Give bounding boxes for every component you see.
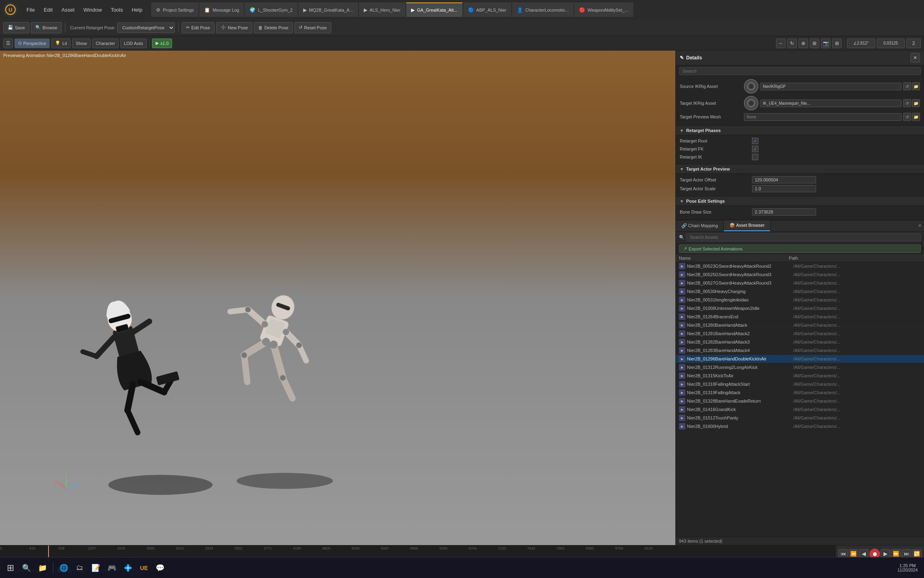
asset-list-item[interactable]: ▶ Nier2B_00530HeavyCharging /All/Game/Ch… xyxy=(676,287,924,296)
tab-chain-mapping[interactable]: 🔗 Chain Mapping xyxy=(676,221,724,231)
browse-button[interactable]: 🔍 Browse xyxy=(31,22,62,33)
perspective-btn[interactable]: ⊙ Perspective xyxy=(14,39,50,48)
asset-list-item[interactable]: ▶ Nier2B_01281BareHandAttack2 /All/Game/… xyxy=(676,330,924,338)
details-search-input[interactable] xyxy=(679,67,921,75)
details-close-btn[interactable]: ✕ xyxy=(910,53,920,63)
play-btn[interactable]: ▶ x1.0 xyxy=(152,39,172,48)
asset-list-item[interactable]: ▶ Nier2B_01296BareHandDoubleKickInAir /A… xyxy=(676,355,924,363)
asset-list-item[interactable]: ▶ Nier2B_00527GSwordHeavyAttackRound3 /A… xyxy=(676,279,924,287)
menu-tools[interactable]: Tools xyxy=(107,5,127,14)
source-ikrig-label: Source IKRig Asset xyxy=(680,84,744,89)
asset-search-input[interactable] xyxy=(686,233,921,241)
files2-btn[interactable]: 🗂 xyxy=(73,561,87,575)
asset-item-name: Nier2B_00530HeavyCharging xyxy=(687,289,793,294)
menu-file[interactable]: File xyxy=(22,5,39,14)
tab-project-settings[interactable]: ⚙ Project Settings xyxy=(151,2,199,17)
screen-count[interactable]: 2 xyxy=(906,39,921,48)
timeline-mark: 3771 xyxy=(263,546,272,550)
edit-pose-button[interactable]: ✏ Edit Pose xyxy=(182,22,215,33)
tab-ga-greatkatas[interactable]: ▶ GA_GreatKata_Att... xyxy=(406,2,462,17)
timeline-mark: 7542 xyxy=(527,546,535,550)
target-actor-offset-input[interactable] xyxy=(752,176,816,183)
tab-als-hero[interactable]: ▶ ALS_Hero_Nier xyxy=(359,2,405,17)
start-btn[interactable]: ⊞ xyxy=(3,561,18,575)
main-content: Previewing Animation Nier2B_01296BareHan… xyxy=(0,51,924,545)
discord-btn[interactable]: 💬 xyxy=(153,561,167,575)
asset-list-item[interactable]: ▶ Nier2B_00525GSwordHeavyAttackRound3 /A… xyxy=(676,271,924,279)
rotate-tool-btn[interactable]: ↻ xyxy=(787,39,797,48)
new-pose-button[interactable]: ➕ New Pose xyxy=(216,22,252,33)
menu-asset[interactable]: Asset xyxy=(57,5,79,14)
pose-edit-settings-header[interactable]: ▼ Pose Edit Settings xyxy=(676,197,924,206)
export-animations-btn[interactable]: ↗ Export Selected Animations xyxy=(679,244,921,253)
vs-btn[interactable]: 💠 xyxy=(121,561,135,575)
tab-asset-browser[interactable]: 📦 Asset Browser xyxy=(724,220,770,231)
steam-btn[interactable]: 🎮 xyxy=(105,561,119,575)
asset-list-item[interactable]: ▶ Nier2B_01283BareHandAttack4 /All/Game/… xyxy=(676,346,924,355)
chrome-btn[interactable]: 🌐 xyxy=(57,561,71,575)
lit-btn[interactable]: 💡 Lit xyxy=(51,39,71,48)
asset-list-item[interactable]: ▶ Nier2B_01315KickToAir /All/Game/Charac… xyxy=(676,372,924,380)
search-btn[interactable]: 🔍 xyxy=(19,561,34,575)
asset-list-item[interactable]: ▶ Nier2B_01600Hybrid /All/Game/Character… xyxy=(676,422,924,431)
tab-l-shooter-gym[interactable]: 🌍 L_ShooterGym_2 xyxy=(245,2,297,17)
character-btn[interactable]: Character xyxy=(92,39,119,48)
asset-list-item[interactable]: ▶ Nier2B_01008UnknownWeapon2Idle /All/Ga… xyxy=(676,304,924,313)
viewport[interactable]: Previewing Animation Nier2B_01296BareHan… xyxy=(0,51,675,545)
hamburger-menu-btn[interactable]: ☰ xyxy=(3,39,13,48)
source-ikrig-goto-btn[interactable]: ↺ xyxy=(903,82,911,90)
target-actor-preview-header[interactable]: ▼ Target Actor Preview xyxy=(676,165,924,174)
show-btn[interactable]: Show xyxy=(72,39,91,48)
asset-list-item[interactable]: ▶ Nier2B_00523GSwordHeavyAttackRound2 /A… xyxy=(676,262,924,271)
target-preview-goto-btn[interactable]: ↺ xyxy=(903,113,911,121)
camera-btn[interactable]: 📷 xyxy=(821,39,831,48)
retarget-ik-checkbox[interactable] xyxy=(752,154,758,160)
target-preview-browse-btn[interactable]: 📁 xyxy=(912,113,920,121)
tab-message-log[interactable]: 📋 Message Log xyxy=(199,2,244,17)
source-ikrig-browse-btn[interactable]: 📁 xyxy=(912,82,920,90)
asset-list-item[interactable]: ▶ Nier2B_01328BareHandEvadeReturn /All/G… xyxy=(676,397,924,405)
asset-list-item[interactable]: ▶ Nier2B_01312Running2LongAirKick /All/G… xyxy=(676,363,924,372)
snap-btn[interactable]: ⊞ xyxy=(810,39,819,48)
menu-help[interactable]: Help xyxy=(128,5,146,14)
asset-list-item[interactable]: ▶ Nier2B_01282BareHandAttack3 /All/Game/… xyxy=(676,338,924,346)
retarget-phases-header[interactable]: ▼ Retarget Phases xyxy=(676,126,924,135)
translate-tool-btn[interactable]: ↔ xyxy=(776,39,786,48)
bone-draw-size-input[interactable] xyxy=(752,208,816,216)
asset-list-item[interactable]: ▶ Nier2B_01512TouchPanty /All/Game/Chara… xyxy=(676,414,924,422)
asset-item-name: Nier2B_01312Running2LongAirKick xyxy=(687,365,793,370)
scale-tool-btn[interactable]: ⊕ xyxy=(798,39,808,48)
target-preview-name: None xyxy=(744,113,902,121)
delete-pose-button[interactable]: 🗑 Delete Pose xyxy=(254,22,293,33)
grid-btn[interactable]: ⊞ xyxy=(832,39,842,48)
ue4-btn[interactable]: UE xyxy=(137,561,151,575)
target-ikrig-browse-btn[interactable]: 📁 xyxy=(912,99,920,107)
target-actor-scale-input[interactable] xyxy=(752,185,816,192)
col-path-header[interactable]: Path xyxy=(789,256,921,261)
files-btn[interactable]: 📁 xyxy=(35,561,50,575)
tab-character-loco[interactable]: 👤 CharacterLocomotio... xyxy=(512,2,573,17)
retarget-pose-select[interactable]: CustomRetargetPose xyxy=(117,22,175,33)
tab-close-btn[interactable]: ✕ xyxy=(916,222,924,230)
menu-window[interactable]: Window xyxy=(79,5,106,14)
col-name-header[interactable]: Name xyxy=(679,256,789,261)
asset-list-item[interactable]: ▶ Nier2B_01318FallingAttackStart /All/Ga… xyxy=(676,380,924,389)
asset-list-item[interactable]: ▶ Nier2B_01416GrandKick /All/Game/Charac… xyxy=(676,405,924,414)
asset-list-item[interactable]: ▶ Nier2B_01319FallingAttack /All/Game/Ch… xyxy=(676,389,924,397)
asset-list-item[interactable]: ▶ Nier2B_01280BareHandAttack /All/Game/C… xyxy=(676,321,924,330)
lod-auto-btn[interactable]: LOD Auto xyxy=(120,39,147,48)
tab-abp-als[interactable]: 🔵 ABP_ALS_Nier xyxy=(463,2,511,17)
reset-pose-button[interactable]: ↺ Reset Pose xyxy=(294,22,331,33)
retarget-root-checkbox[interactable] xyxy=(752,138,758,144)
tab-bar: ⚙ Project Settings 📋 Message Log 🌍 L_Sho… xyxy=(151,2,921,17)
save-button[interactable]: 💾 Save xyxy=(3,22,29,33)
asset-list[interactable]: ▶ Nier2B_00523GSwordHeavyAttackRound2 /A… xyxy=(676,262,924,537)
tab-weapon-ability[interactable]: 🔴 WeaponAbilitySet_... xyxy=(574,2,633,17)
asset-list-item[interactable]: ▶ Nier2B_01264BracersEnd /All/Game/Chara… xyxy=(676,313,924,321)
vscode-btn[interactable]: 📝 xyxy=(89,561,103,575)
menu-edit[interactable]: Edit xyxy=(40,5,57,14)
asset-list-item[interactable]: ▶ Nier2B_00531fengfengleileidao /All/Gam… xyxy=(676,296,924,304)
tab-mq2b[interactable]: ▶ MQ2B_GreatKata_A... xyxy=(298,2,358,17)
target-ikrig-goto-btn[interactable]: ↺ xyxy=(903,99,911,107)
retarget-fk-checkbox[interactable] xyxy=(752,146,758,152)
